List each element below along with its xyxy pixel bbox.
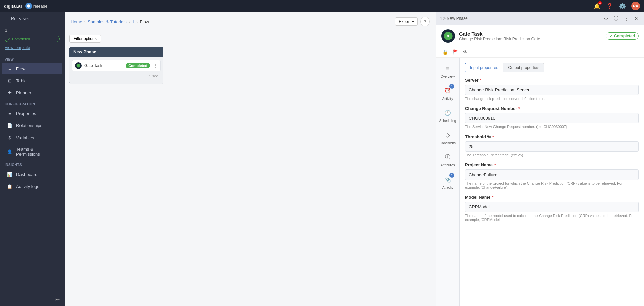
back-to-releases[interactable]: ← Releases [0,12,65,24]
release-badge: release [25,3,48,9]
panel-header: 1 > New Phase ⇔ ⓘ ⋮ ✕ [436,12,644,25]
notification-badge: 4 [598,1,602,5]
sidebar-item-table[interactable]: ⊞ Table [2,75,62,86]
field-model-name: Model Name * The name of the model used … [465,195,639,222]
field-threshold-label: Threshold % * [465,134,639,139]
flag-icon[interactable]: 🚩 [452,48,459,56]
close-icon[interactable]: ✕ [633,15,640,22]
panel-breadcrumb: 1 > New Phase [440,16,468,21]
required-star-2: * [518,106,520,111]
activity-logs-icon: 📋 [7,183,13,189]
sidebar: ← Releases 1 ✓ Completed View template V… [0,12,65,306]
phase-card: New Phase Gate Task Completed ⋮ 15 sec [69,47,163,84]
attributes-label: Attributes [440,163,455,167]
scheduling-tab[interactable]: 🕐 Scheduling [438,105,458,125]
panel-breadcrumb-text: 1 > New Phase [440,16,468,21]
table-icon: ⊞ [7,78,13,84]
sidebar-item-teams[interactable]: 👤 Teams & Permissions [2,144,62,159]
sidebar-item-planner[interactable]: ✚ Planner [2,87,62,99]
attach-badge: 2 [449,173,454,178]
watch-icon[interactable]: 👁 [462,48,469,56]
completed-check-icon: ✓ [8,37,11,41]
field-project-input[interactable] [465,169,639,180]
sidebar-item-label: Relationships [16,123,42,128]
breadcrumb-right: Export ▾ ? [395,17,430,26]
sidebar-item-dashboard[interactable]: 📊 Dashboard [2,168,62,180]
panel-task-subtitle: Change Risk Prediction: Risk Prediction … [459,37,602,41]
breadcrumb-number[interactable]: 1 [132,19,134,24]
logo-text: digital.ai [4,4,22,9]
export-button[interactable]: Export ▾ [395,17,418,26]
help-button[interactable]: ❓ [606,2,614,10]
activity-tab[interactable]: ⏰ 1 Activity [438,82,458,103]
notifications-button[interactable]: 🔔 4 [593,2,601,10]
task-row[interactable]: Gate Task Completed ⋮ [72,60,161,71]
field-change-request-input[interactable] [465,113,639,123]
field-server: Server * The change risk prediction serv… [465,78,639,101]
info-icon[interactable]: ⓘ [612,15,620,22]
overview-icon: ≡ [442,63,453,74]
input-properties-tab[interactable]: Input properties [465,63,503,72]
breadcrumb-home[interactable]: Home [71,19,82,24]
field-server-hint: The change risk prediction server defini… [465,97,639,101]
panel-task-logo: d [441,29,455,43]
attributes-icon: ⓘ [442,152,453,162]
field-change-request: Change Request Number * The ServiceNow C… [465,106,639,129]
sidebar-item-flow[interactable]: ≡ Flow [2,63,62,74]
planner-icon: ✚ [7,90,13,96]
export-chevron-icon: ▾ [412,19,414,24]
field-threshold-input[interactable] [465,141,639,152]
breadcrumb-current: Flow [140,19,149,24]
breadcrumb-bar: Home › Samples & Tutorials › 1 › Flow Ex… [65,12,436,30]
field-project-name: Project Name * The name of the project f… [465,162,639,189]
release-icon [25,3,32,9]
releases-label: Releases [11,16,29,21]
sidebar-item-label: Properties [16,111,36,116]
breadcrumb-samples[interactable]: Samples & Tutorials [88,19,127,24]
lock-icon[interactable]: 🔒 [441,48,449,56]
required-star-3: * [492,134,494,139]
user-avatar[interactable]: RA [631,2,640,10]
relationships-icon: 📄 [7,122,13,128]
breadcrumb-sep1: › [84,19,86,24]
sidebar-item-properties[interactable]: ≡ Properties [2,108,62,119]
sidebar-collapse[interactable]: ⇤ [0,293,65,306]
help-circle-button[interactable]: ? [420,17,430,26]
sidebar-item-label: Table [16,78,27,83]
settings-button[interactable]: ⚙️ [618,2,627,10]
panel-tabs: Input properties Output properties [465,63,639,72]
required-star-4: * [494,162,496,167]
task-menu-icon[interactable]: ⋮ [153,63,158,68]
required-star-5: * [492,195,493,200]
panel-icon-row: 🔒 🚩 👁 [436,47,644,58]
more-options-icon[interactable]: ⋮ [622,15,630,22]
attributes-tab[interactable]: ⓘ Attributes [438,149,458,170]
panel-task-info: Gate Task Change Risk Prediction: Risk P… [459,31,602,41]
conditions-tab[interactable]: ◇ Conditions [438,127,458,148]
phase-header: New Phase [69,47,163,57]
attach-tab[interactable]: 📎 2 Attach. [438,171,458,192]
attach-label: Attach. [442,186,453,189]
field-change-request-label: Change Request Number * [465,106,639,111]
activity-badge: 1 [449,84,454,89]
flow-area: Home › Samples & Tutorials › 1 › Flow Ex… [65,12,436,306]
output-properties-tab[interactable]: Output properties [503,63,544,72]
field-model-input[interactable] [465,202,639,212]
svg-text:d: d [447,34,449,38]
view-template-link[interactable]: View template [0,45,65,54]
overview-tab[interactable]: ≡ Overview [438,60,458,81]
sidebar-item-relationships[interactable]: 📄 Relationships [2,120,62,131]
sidebar-item-activity-logs[interactable]: 📋 Activity logs [2,181,62,192]
view-section-label: VIEW [0,54,65,63]
export-label: Export [399,19,411,24]
sidebar-item-variables[interactable]: $ Variables [2,132,62,143]
panel-content: ≡ Overview ⏰ 1 Activity 🕐 Scheduling [436,58,644,306]
nav-right: 🔔 4 ❓ ⚙️ RA [593,2,640,10]
flow-canvas: Filter options New Phase Gate Task Compl… [65,30,436,306]
svg-point-1 [77,64,80,68]
activity-icon: ⏰ 1 [442,85,453,96]
expand-icon[interactable]: ⇔ [602,15,610,22]
logo[interactable]: digital.ai [4,4,22,9]
field-server-input[interactable] [465,85,639,95]
filter-options-button[interactable]: Filter options [69,35,101,43]
